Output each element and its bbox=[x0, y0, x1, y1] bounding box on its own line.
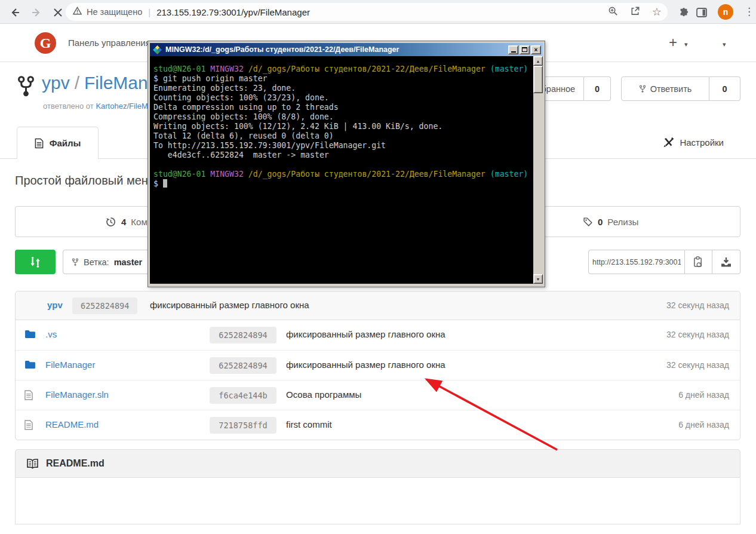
commit-time: 32 секунд назад bbox=[666, 300, 729, 310]
tab-settings[interactable]: Настройки bbox=[663, 136, 724, 148]
copy-clone-url-button[interactable] bbox=[685, 250, 712, 274]
commit-sha-badge[interactable]: 6252824894 bbox=[210, 357, 276, 374]
file-icon bbox=[24, 390, 33, 403]
terminal-line bbox=[153, 160, 539, 170]
terminal-line: Enumerating objects: 23, done. bbox=[153, 84, 539, 93]
mintty-terminal-window: MINGW32:/d/_gogs/Работы студентов/2021-2… bbox=[147, 41, 545, 287]
file-table-rows: .vs6252824894фиксированный размер главно… bbox=[16, 320, 740, 440]
browser-toolbar: Не защищено | 213.155.192.79:3001/ypv/Fi… bbox=[0, 0, 756, 24]
folder-icon bbox=[24, 330, 36, 341]
file-link[interactable]: FileManager bbox=[45, 360, 95, 370]
create-new-caret-icon[interactable]: ▾ bbox=[684, 41, 688, 48]
file-link[interactable]: .vs bbox=[45, 329, 57, 339]
tag-icon bbox=[583, 217, 593, 227]
commit-message: фиксированный размер главного окна bbox=[286, 329, 445, 339]
commit-sha-badge[interactable]: 7218758ffd bbox=[210, 417, 276, 434]
terminal-output: stud@N26-01 MINGW32 /d/_gogs/Работы студ… bbox=[150, 56, 543, 189]
latest-commit-row: ypv 6252824894 фиксированный размер глав… bbox=[16, 291, 740, 320]
repo-fork-icon bbox=[17, 75, 35, 100]
security-warning-icon[interactable] bbox=[73, 7, 82, 17]
terminal-titlebar[interactable]: MINGW32:/d/_gogs/Работы студентов/2021-2… bbox=[150, 43, 543, 56]
file-table: ypv 6252824894 фиксированный размер глав… bbox=[15, 291, 740, 440]
commit-sha-badge[interactable]: 6252824894 bbox=[210, 327, 276, 343]
terminal-line: stud@N26-01 MINGW32 /d/_gogs/Работы студ… bbox=[153, 65, 539, 74]
mingw-icon bbox=[153, 45, 162, 54]
readme-title: README.md bbox=[46, 458, 105, 469]
scroll-down-icon[interactable]: ▼ bbox=[533, 274, 543, 284]
commit-time: 6 дней назад bbox=[678, 390, 729, 400]
nav-dashboard-link[interactable]: Панель управления bbox=[68, 38, 150, 48]
tab-files[interactable]: Файлы bbox=[17, 127, 99, 159]
commit-message: first commit bbox=[286, 419, 332, 429]
extensions-puzzle-icon[interactable] bbox=[676, 5, 692, 20]
repo-owner-link[interactable]: ypv bbox=[42, 73, 70, 93]
file-link[interactable]: README.md bbox=[45, 419, 99, 429]
terminal-scrollbar[interactable]: ▲ ▼ bbox=[533, 56, 543, 284]
table-row: README.md7218758ffdfirst commit6 дней на… bbox=[16, 410, 740, 440]
readme-header: README.md bbox=[15, 449, 740, 478]
book-icon bbox=[26, 459, 39, 469]
compare-icon bbox=[29, 256, 42, 269]
terminal-line: Total 12 (delta 6), reused 0 (delta 0) bbox=[153, 131, 539, 141]
browser-forward-icon[interactable] bbox=[29, 5, 44, 20]
create-new-button[interactable]: + bbox=[669, 34, 677, 51]
clone-url-input[interactable] bbox=[588, 250, 685, 274]
terminal-line: Compressing objects: 100% (8/8), done. bbox=[153, 112, 539, 122]
terminal-line: Writing objects: 100% (12/12), 2.42 KiB … bbox=[153, 122, 539, 131]
browser-back-icon[interactable] bbox=[7, 5, 23, 20]
branch-icon bbox=[72, 258, 79, 266]
terminal-line: $ bbox=[153, 179, 539, 189]
fork-icon bbox=[639, 85, 646, 93]
scrollbar-thumb[interactable] bbox=[533, 66, 543, 93]
file-link[interactable]: FileManager.sln bbox=[45, 389, 109, 400]
bookmark-star-icon[interactable]: ☆ bbox=[652, 7, 662, 17]
maximize-button[interactable] bbox=[520, 45, 530, 54]
clipboard-icon bbox=[693, 256, 703, 268]
terminal-title: MINGW32:/d/_gogs/Работы студентов/2021-2… bbox=[165, 45, 507, 54]
browser-menu-icon[interactable]: ⋮ bbox=[744, 5, 754, 18]
table-row: FileManager6252824894фиксированный разме… bbox=[16, 350, 740, 380]
scroll-up-icon[interactable]: ▲ bbox=[533, 56, 543, 66]
star-count[interactable]: 0 bbox=[584, 76, 611, 101]
page-url: 213.155.192.79:3001/ypv/FileManager bbox=[156, 7, 310, 17]
fork-button[interactable]: Ответвить bbox=[621, 76, 709, 101]
file-tab-icon bbox=[35, 138, 44, 149]
terminal-line: e4de3cf..6252824 master -> master bbox=[153, 151, 539, 160]
close-button[interactable]: × bbox=[531, 45, 541, 54]
readme-panel: README.md bbox=[15, 449, 740, 524]
address-bar[interactable]: Не защищено | 213.155.192.79:3001/ypv/Fi… bbox=[66, 3, 668, 21]
browser-profile-avatar[interactable]: n bbox=[718, 4, 733, 20]
download-icon bbox=[721, 257, 732, 267]
fork-button-group: Ответвить 0 bbox=[621, 76, 740, 101]
terminal-line: Delta compression using up to 2 threads bbox=[153, 103, 539, 112]
share-icon[interactable] bbox=[630, 6, 640, 19]
side-panel-icon[interactable] bbox=[694, 5, 709, 20]
terminal-line: stud@N26-01 MINGW32 /d/_gogs/Работы студ… bbox=[153, 170, 539, 179]
stat-releases[interactable]: 0 Релизы bbox=[583, 207, 638, 237]
readme-body bbox=[15, 478, 740, 524]
fork-count[interactable]: 0 bbox=[709, 76, 740, 101]
file-icon bbox=[24, 420, 33, 432]
commit-sha-badge[interactable]: f6ca4e144b bbox=[210, 387, 276, 404]
security-label: Не защищено bbox=[87, 7, 142, 17]
commit-sha-badge[interactable]: 6252824894 bbox=[72, 297, 137, 314]
compare-button[interactable] bbox=[15, 250, 56, 274]
commit-time: 32 секунд назад bbox=[666, 360, 729, 370]
zoom-icon[interactable] bbox=[608, 6, 618, 19]
commit-time: 32 секунд назад bbox=[666, 330, 729, 339]
minimize-button[interactable] bbox=[508, 45, 518, 54]
commit-message: фиксированный размер главного окна bbox=[286, 360, 445, 370]
path-separator: / bbox=[75, 73, 79, 93]
browser-stop-icon[interactable] bbox=[50, 5, 66, 20]
gogs-logo[interactable]: G bbox=[35, 32, 56, 54]
commit-time: 6 дней назад bbox=[678, 420, 729, 429]
terminal-line: $ git push origin master bbox=[153, 74, 539, 84]
terminal-line: To http://213.155.192.79:3001/ypv/FileMa… bbox=[153, 141, 539, 151]
user-menu-caret-icon[interactable]: ▾ bbox=[723, 41, 726, 48]
terminal-cursor bbox=[163, 179, 167, 188]
commit-author-link[interactable]: ypv bbox=[47, 300, 63, 310]
folder-icon bbox=[24, 360, 36, 372]
table-row: FileManager.slnf6ca4e144bОсова программы… bbox=[16, 380, 740, 410]
download-archive-button[interactable] bbox=[712, 250, 740, 274]
omnibox-divider: | bbox=[148, 7, 150, 17]
